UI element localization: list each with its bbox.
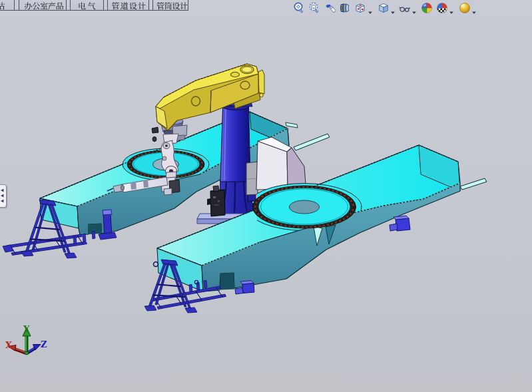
orientation-cube-icon — [354, 5, 367, 17]
display-style-dropdown-caret[interactable] — [390, 6, 396, 11]
front-ring-flange — [253, 186, 356, 228]
triad-y-label: Y — [23, 324, 30, 334]
hide-show-items-dropdown-caret[interactable] — [411, 6, 417, 11]
graphics-viewport[interactable]: X Y Z — [0, 0, 532, 392]
command-tab-4[interactable]: 管筒设计 — [152, 0, 188, 11]
color-sphere-icon — [420, 5, 433, 17]
section-view-button[interactable] — [338, 1, 352, 15]
heads-up-view-toolbar — [290, 0, 483, 17]
triad-x-label: X — [5, 340, 13, 350]
hide-show-items-button[interactable] — [398, 1, 411, 15]
solidworks-window: {"app": {"name": "solidworks-3d-cad","vi… — [0, 0, 532, 392]
command-tab-1[interactable]: 办公室产品 — [19, 0, 67, 11]
edit-appearance-button[interactable] — [420, 1, 433, 15]
view-orientation-dropdown-caret[interactable] — [368, 6, 373, 11]
display-style-button[interactable] — [377, 1, 390, 15]
triad-z-label: Z — [41, 339, 47, 349]
view-settings-dropdown-caret[interactable] — [471, 6, 477, 11]
eyeglasses-icon — [398, 5, 411, 17]
view-orientation-button[interactable] — [354, 1, 367, 15]
gold-sphere-icon — [458, 5, 471, 17]
magnifier-fit-icon — [292, 5, 306, 17]
origin-triad: X Y Z — [5, 324, 47, 355]
section-cube-icon — [338, 5, 352, 17]
checkered-sphere-icon — [435, 5, 449, 17]
zoom-to-fit-button[interactable] — [292, 1, 306, 15]
apply-scene-dropdown-caret[interactable] — [449, 6, 454, 11]
feature-panel-splitter-button[interactable] — [0, 184, 7, 208]
view-settings-button[interactable] — [458, 1, 471, 15]
collapse-arrows-icon — [1, 189, 4, 203]
apply-scene-button[interactable] — [435, 1, 449, 15]
column-side-bracket — [246, 162, 258, 202]
magnifier-area-icon — [308, 5, 321, 17]
command-tab-2[interactable]: 电气 — [70, 0, 104, 11]
previous-view-button[interactable] — [324, 1, 338, 15]
command-tab-3[interactable]: 管道设计 — [107, 0, 149, 11]
rear-beam-end-strips — [286, 122, 330, 150]
command-tab-0[interactable]: 估 — [0, 0, 15, 11]
shaded-cube-icon — [377, 5, 390, 17]
zoom-to-area-button[interactable] — [308, 1, 321, 15]
pen-arrow-icon — [324, 5, 338, 17]
